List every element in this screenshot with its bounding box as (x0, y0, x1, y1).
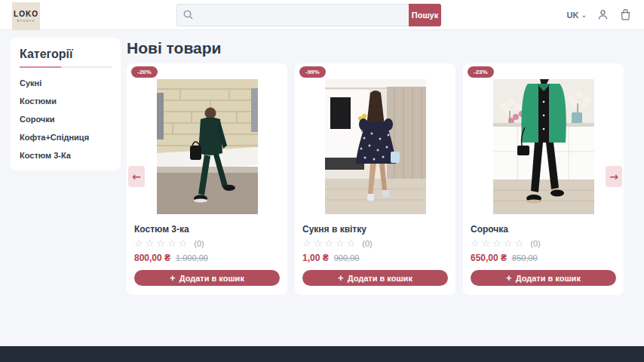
sidebar-item-kostyum-3ka[interactable]: Костюм 3-Ка (20, 151, 112, 160)
chevron-down-icon: ⌄ (581, 12, 587, 18)
current-price: 800,00 ₴ (134, 253, 170, 263)
footer (0, 346, 644, 362)
search-icon (182, 9, 194, 20)
sidebar-item-kofta-spidnytsia[interactable]: Кофта+Спідниця (20, 133, 112, 142)
add-to-cart-label: Додати в кошик (348, 274, 412, 283)
discount-badge: -23% (468, 66, 494, 78)
product-card: -20% (127, 63, 287, 295)
user-icon (596, 8, 609, 21)
product-rating: ☆☆☆☆☆ (0) (134, 238, 280, 248)
old-price: 900,00 (334, 253, 360, 262)
product-rating: ☆☆☆☆☆ (0) (302, 238, 448, 248)
rating-stars-icon[interactable]: ☆☆☆☆☆ (471, 238, 526, 248)
logo-text: LOKO (14, 10, 38, 18)
sidebar-item-kostyumy[interactable]: Костюми (20, 97, 112, 106)
product-image[interactable] (157, 79, 258, 214)
sidebar-title: Категорії (20, 48, 112, 61)
old-price: 1.000,00 (176, 253, 208, 262)
price-block: 650,00 ₴ 850,00 (471, 253, 616, 263)
rating-stars-icon[interactable]: ☆☆☆☆☆ (302, 238, 357, 248)
rating-count: (0) (362, 239, 372, 248)
product-rating: ☆☆☆☆☆ (0) (471, 238, 616, 248)
content: Категорії Сукні Костюми Сорочки Кофта+Сп… (0, 30, 644, 295)
logo-subtext: STUDIO (17, 19, 35, 23)
add-to-cart-button[interactable]: + Додати в кошик (302, 270, 448, 286)
product-title[interactable]: Сукня в квітку (302, 224, 448, 235)
add-to-cart-button[interactable]: + Додати в кошик (471, 270, 616, 286)
rating-count: (0) (194, 239, 204, 248)
search-form: Пошук (176, 4, 441, 26)
discount-badge: -99% (299, 66, 326, 78)
language-selector[interactable]: UK ⌄ (567, 11, 587, 20)
carousel-next-button[interactable]: → (606, 166, 622, 187)
cart-button[interactable] (619, 8, 632, 21)
arrow-right-icon: → (609, 170, 618, 183)
account-button[interactable] (596, 8, 609, 21)
price-block: 800,00 ₴ 1.000,00 (134, 253, 280, 263)
discount-badge: -20% (131, 66, 158, 78)
add-to-cart-label: Додати в кошик (516, 274, 581, 283)
product-title[interactable]: Костюм 3-ка (134, 224, 280, 235)
add-to-cart-label: Додати в кошик (179, 274, 244, 283)
carousel-prev-button[interactable]: ← (128, 166, 145, 187)
rating-stars-icon[interactable]: ☆☆☆☆☆ (134, 238, 189, 248)
rating-count: (0) (530, 239, 540, 248)
logo[interactable]: LOKO STUDIO (12, 2, 40, 30)
search-button[interactable]: Пошук (409, 4, 441, 26)
sidebar-item-sorochky[interactable]: Сорочки (20, 115, 112, 124)
search-input[interactable] (176, 4, 409, 26)
category-nav: Сукні Костюми Сорочки Кофта+Спідниця Кос… (20, 78, 112, 160)
sidebar-item-sukni[interactable]: Сукні (20, 78, 112, 87)
arrow-left-icon: ← (132, 170, 141, 183)
price-block: 1,00 ₴ 900,00 (302, 253, 448, 263)
product-title[interactable]: Сорочка (471, 224, 616, 235)
current-price: 1,00 ₴ (302, 253, 329, 263)
language-label: UK (567, 11, 579, 20)
current-price: 650,00 ₴ (471, 253, 507, 263)
shopping-bag-icon (619, 8, 632, 21)
page-title: Нові товари (127, 39, 624, 57)
header: LOKO STUDIO Пошук UK ⌄ (0, 0, 644, 30)
sidebar-underline (20, 66, 112, 68)
main-section: Нові товари -20% (127, 38, 624, 295)
product-card: -23% (463, 63, 624, 295)
old-price: 850,00 (512, 253, 538, 262)
product-carousel: -20% (127, 63, 624, 295)
plus-icon: + (170, 273, 176, 283)
product-card: -99% (295, 63, 455, 295)
product-image[interactable] (325, 79, 426, 214)
add-to-cart-button[interactable]: + Додати в кошик (134, 270, 280, 286)
product-image[interactable] (493, 79, 594, 214)
sidebar: Категорії Сукні Костюми Сорочки Кофта+Сп… (11, 38, 121, 170)
plus-icon: + (338, 273, 344, 283)
plus-icon: + (506, 273, 512, 283)
header-actions: UK ⌄ (567, 8, 632, 21)
